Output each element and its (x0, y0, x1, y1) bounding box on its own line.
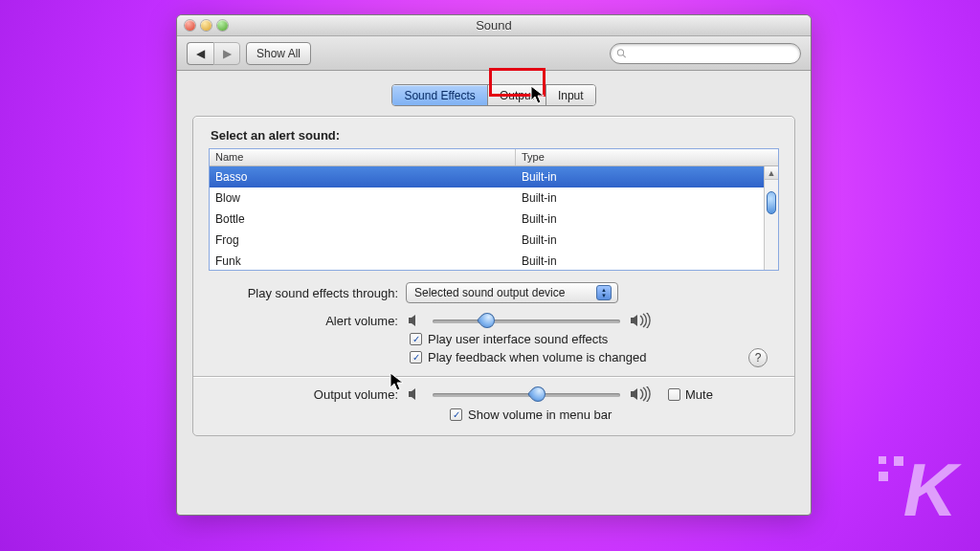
alert-sound-label: Select an alert sound: (211, 128, 779, 143)
list-item[interactable]: Frog Built-in (210, 230, 778, 251)
output-volume-label: Output volume: (209, 387, 398, 402)
svg-marker-5 (631, 388, 637, 400)
forward-button[interactable]: ▶ (213, 42, 240, 65)
select-stepper-icon: ▲▼ (596, 285, 612, 300)
search-icon (616, 48, 627, 59)
mute-checkbox[interactable]: ✓ (668, 388, 680, 401)
list-item[interactable]: Basso Built-in (210, 166, 778, 187)
list-item[interactable]: Bottle Built-in (210, 209, 778, 230)
tab-output[interactable]: Output (488, 85, 546, 105)
svg-point-0 (617, 49, 623, 55)
slider-track (433, 393, 620, 397)
sound-effects-panel: Select an alert sound: Name Type Basso B… (192, 116, 795, 436)
scroll-up-icon[interactable]: ▲ (765, 166, 778, 180)
help-button[interactable]: ? (748, 348, 768, 367)
divider (193, 376, 794, 377)
chevron-left-icon: ◀ (196, 47, 205, 60)
svg-marker-2 (409, 315, 415, 326)
show-in-menubar-label: Show volume in menu bar (468, 408, 612, 422)
output-volume-slider[interactable] (433, 386, 620, 402)
slider-track (433, 320, 620, 323)
titlebar[interactable]: Sound (177, 15, 811, 36)
show-in-menubar-checkbox[interactable]: ✓ (450, 408, 462, 421)
tab-sound-effects[interactable]: Sound Effects (392, 85, 488, 105)
slider-thumb[interactable] (527, 384, 549, 406)
tab-input[interactable]: Input (546, 85, 595, 105)
col-type[interactable]: Type (516, 149, 778, 165)
list-item[interactable]: Funk Built-in (210, 251, 778, 270)
svg-line-1 (623, 55, 626, 57)
chevron-right-icon: ▶ (223, 47, 232, 60)
speaker-high-icon (630, 313, 651, 328)
show-all-button[interactable]: Show All (246, 42, 311, 65)
ui-sounds-checkbox[interactable]: ✓ (410, 333, 422, 345)
effects-through-label: Play sound effects through: (209, 286, 398, 300)
sound-preferences-window: Sound ◀ ▶ Show All Sound Effects Output … (176, 14, 812, 516)
scroll-thumb[interactable] (767, 191, 776, 214)
content-area: Sound Effects Output Input Select an ale… (177, 71, 811, 436)
ui-sounds-label: Play user interface sound effects (428, 332, 608, 346)
watermark-logo: K (903, 447, 953, 534)
mute-label: Mute (685, 387, 713, 402)
alert-sound-list[interactable]: Name Type Basso Built-in Blow Built-in B… (209, 148, 779, 271)
speaker-low-icon (408, 314, 423, 327)
list-rows: Basso Built-in Blow Built-in Bottle Buil… (210, 166, 778, 270)
list-item[interactable]: Blow Built-in (210, 187, 778, 209)
search-field[interactable] (610, 43, 801, 64)
feedback-label: Play feedback when volume is changed (428, 350, 646, 364)
feedback-checkbox[interactable]: ✓ (410, 351, 422, 364)
speaker-low-icon (408, 387, 423, 401)
tab-bar: Sound Effects Output Input (391, 84, 595, 106)
alert-volume-slider[interactable] (433, 313, 620, 328)
svg-marker-3 (631, 315, 637, 326)
effects-through-value: Selected sound output device (414, 286, 565, 299)
list-header: Name Type (210, 149, 778, 166)
svg-marker-4 (409, 388, 415, 400)
alert-volume-label: Alert volume: (209, 314, 398, 328)
col-name[interactable]: Name (210, 149, 516, 165)
speaker-high-icon (630, 386, 651, 402)
toolbar: ◀ ▶ Show All (177, 36, 811, 71)
scrollbar[interactable]: ▲ (764, 166, 778, 270)
search-input[interactable] (631, 47, 800, 60)
nav-buttons: ◀ ▶ (187, 42, 240, 65)
window-title: Sound (177, 18, 811, 33)
back-button[interactable]: ◀ (187, 42, 213, 65)
slider-thumb[interactable] (477, 310, 499, 332)
effects-through-select[interactable]: Selected sound output device ▲▼ (406, 282, 618, 303)
